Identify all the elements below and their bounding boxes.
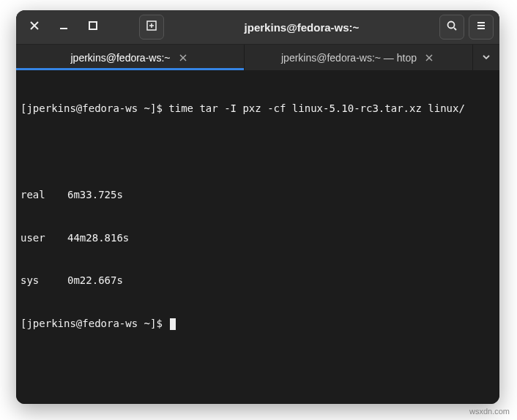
tab-2[interactable]: jperkins@fedora-ws:~ — htop (245, 45, 473, 70)
terminal-window: jperkins@fedora-ws:~ jperkins@fedora-ws:… (16, 10, 499, 404)
idle-prompt-line: [jperkins@fedora-ws ~]$ (21, 317, 495, 331)
close-window-button[interactable] (22, 15, 47, 40)
minimize-icon (58, 20, 70, 34)
tabs-dropdown-button[interactable] (473, 45, 499, 70)
close-icon (29, 20, 40, 34)
timing-row-real: real6m33.725s (21, 188, 495, 203)
prompt: [jperkins@fedora-ws ~]$ (21, 317, 168, 331)
window-title: jperkins@fedora-ws:~ (168, 21, 435, 34)
titlebar: jperkins@fedora-ws:~ (16, 10, 499, 44)
tab-close-button[interactable] (423, 51, 436, 64)
command-line: [jperkins@fedora-ws ~]$ time tar -I pxz … (21, 102, 495, 116)
minimize-window-button[interactable] (51, 15, 76, 40)
cursor (170, 318, 176, 330)
close-icon (179, 52, 187, 64)
svg-point-2 (448, 22, 455, 29)
maximize-window-button[interactable] (81, 15, 105, 40)
chevron-down-icon (482, 51, 491, 64)
terminal-area[interactable]: [jperkins@fedora-ws ~]$ time tar -I pxz … (16, 70, 499, 404)
tab-label: jperkins@fedora-ws:~ (71, 52, 171, 64)
search-icon (446, 20, 458, 34)
maximize-icon (87, 20, 99, 34)
timing-row-user: user44m28.816s (21, 231, 495, 246)
timing-value: 6m33.725s (67, 188, 123, 203)
watermark: wsxdn.com (469, 407, 510, 416)
tab-bar: jperkins@fedora-ws:~ jperkins@fedora-ws:… (16, 44, 499, 70)
close-icon (425, 52, 433, 64)
menu-button[interactable] (469, 15, 494, 40)
timing-label: sys (21, 274, 67, 288)
command-text: time tar -I pxz -cf linux-5.10-rc3.tar.x… (168, 102, 465, 116)
timing-label: real (21, 188, 67, 203)
tab-1[interactable]: jperkins@fedora-ws:~ (16, 45, 245, 70)
tab-close-button[interactable] (176, 51, 190, 64)
timing-value: 0m22.667s (67, 274, 123, 288)
svg-rect-0 (89, 22, 97, 29)
new-tab-button[interactable] (139, 15, 164, 40)
tab-label: jperkins@fedora-ws:~ — htop (281, 52, 417, 64)
timing-value: 44m28.816s (67, 231, 129, 246)
timing-label: user (21, 231, 67, 246)
hamburger-icon (475, 20, 487, 34)
prompt: [jperkins@fedora-ws ~]$ (21, 102, 168, 116)
new-tab-icon (146, 20, 157, 34)
timing-row-sys: sys0m22.667s (21, 274, 495, 288)
search-button[interactable] (439, 15, 464, 40)
blank-line (21, 145, 495, 160)
